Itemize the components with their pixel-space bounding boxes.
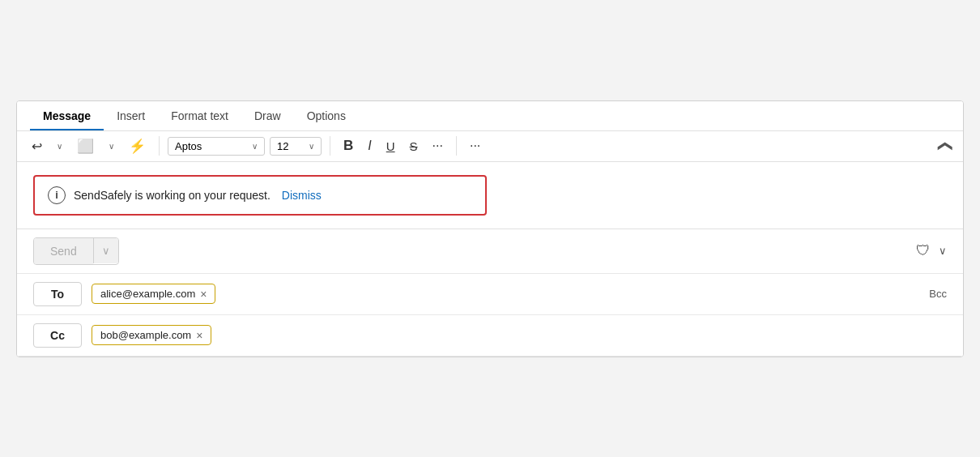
send-right-controls: 🛡 ∨ [913, 241, 947, 262]
underline-button[interactable]: U [381, 136, 400, 156]
undo-dropdown-button[interactable]: ∨ [52, 139, 67, 154]
clipboard-dropdown-icon: ∨ [109, 142, 114, 151]
font-name-chevron: ∨ [252, 142, 258, 151]
font-name-select[interactable]: Aptos ∨ [168, 137, 265, 156]
strikethrough-button[interactable]: S [405, 136, 423, 156]
to-label[interactable]: To [33, 282, 82, 306]
more-formatting-button[interactable]: ··· [428, 135, 448, 156]
shield-icon[interactable]: 🛡 [913, 241, 934, 262]
tab-message[interactable]: Message [30, 101, 104, 130]
tab-insert[interactable]: Insert [104, 101, 158, 130]
to-recipient-email-0: alice@example.com [100, 288, 195, 300]
italic-button[interactable]: I [363, 135, 376, 156]
notification-area: i SendSafely is working on your request.… [17, 162, 963, 229]
font-name-value: Aptos [175, 140, 202, 152]
send-row: Send ∨ 🛡 ∨ [17, 229, 963, 274]
chevron-right-icon: ❮ [937, 140, 955, 152]
separator-1 [159, 136, 160, 156]
tab-draw[interactable]: Draw [241, 101, 294, 130]
info-icon: i [48, 186, 66, 204]
more-options-button[interactable]: ··· [465, 135, 485, 156]
formatting-toolbar: ↩ ∨ ⬜ ∨ ⚡ Aptos ∨ 12 ∨ B I [17, 131, 963, 162]
undo-icon: ↩ [32, 139, 42, 154]
tab-bar: Message Insert Format text Draw Options [17, 101, 963, 131]
cc-recipient-remove-0[interactable]: × [196, 330, 202, 341]
clipboard-button[interactable]: ⬜ [72, 135, 99, 158]
format-painter-button[interactable]: ⚡ [124, 135, 151, 158]
dismiss-link[interactable]: Dismiss [282, 189, 322, 202]
undo-button[interactable]: ↩ [27, 135, 47, 157]
toolbar-collapse-button[interactable]: ❮ [935, 135, 957, 156]
to-recipient-chip-0: alice@example.com × [92, 284, 215, 304]
font-size-value: 12 [277, 140, 288, 152]
clipboard-dropdown-button[interactable]: ∨ [104, 139, 119, 154]
cc-label[interactable]: Cc [33, 323, 82, 348]
notification-box: i SendSafely is working on your request.… [33, 175, 487, 216]
separator-2 [330, 136, 330, 156]
undo-dropdown-icon: ∨ [57, 142, 62, 151]
font-size-chevron: ∨ [309, 142, 314, 151]
notification-message: SendSafely is working on your request. [74, 189, 271, 202]
email-fields: To alice@example.com × Bcc Cc bob@exampl… [17, 274, 963, 357]
to-recipient-remove-0[interactable]: × [200, 288, 207, 300]
cc-row: Cc bob@example.com × [17, 315, 963, 357]
font-size-select[interactable]: 12 ∨ [270, 137, 322, 156]
send-button[interactable]: Send [34, 238, 93, 264]
bold-button[interactable]: B [339, 135, 358, 157]
send-options-chevron[interactable]: ∨ [939, 245, 947, 257]
tab-options[interactable]: Options [294, 101, 359, 130]
tab-format-text[interactable]: Format text [158, 101, 241, 130]
separator-3 [456, 136, 457, 156]
to-row: To alice@example.com × Bcc [17, 274, 963, 315]
email-compose-window: Message Insert Format text Draw Options … [16, 100, 964, 357]
send-button-group: Send ∨ [33, 237, 119, 265]
send-dropdown-button[interactable]: ∨ [93, 238, 118, 263]
cc-recipient-chip-0: bob@example.com × [92, 325, 211, 345]
bcc-toggle[interactable]: Bcc [929, 288, 947, 300]
clipboard-icon: ⬜ [77, 138, 94, 155]
cc-recipient-email-0: bob@example.com [100, 329, 191, 341]
format-painter-icon: ⚡ [129, 138, 146, 155]
